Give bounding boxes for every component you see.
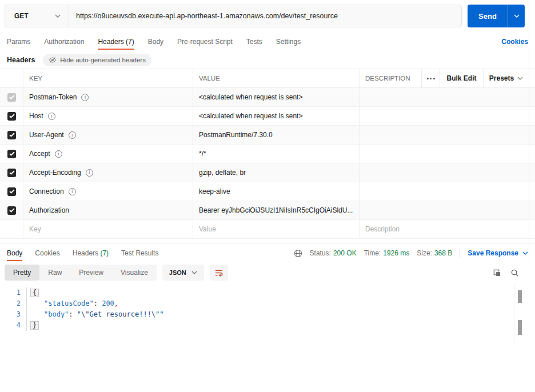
description-cell[interactable] bbox=[359, 182, 535, 201]
response-body-editor[interactable]: 1 { 2 "statusCode": 200, 3 "body": "\"Ge… bbox=[0, 287, 535, 331]
hide-auto-generated-headers-button[interactable]: Hide auto-generated headers bbox=[43, 54, 151, 66]
request-bar: GET Send bbox=[0, 0, 535, 32]
response-tab-test-results[interactable]: Test Results bbox=[121, 243, 158, 263]
bulk-edit-button[interactable]: Bulk Edit bbox=[440, 69, 483, 87]
row-checkbox[interactable] bbox=[7, 93, 16, 102]
scrollbar-thumb[interactable] bbox=[518, 320, 522, 335]
info-icon: i bbox=[81, 94, 89, 101]
row-checkbox[interactable] bbox=[7, 112, 16, 121]
new-header-row: Key Value Description bbox=[0, 220, 535, 239]
description-input[interactable]: Description bbox=[359, 220, 535, 238]
time-badge: Time: 1926 ms bbox=[364, 249, 410, 257]
tab-settings[interactable]: Settings bbox=[276, 32, 301, 51]
chevron-down-icon bbox=[55, 14, 61, 18]
description-cell[interactable] bbox=[359, 126, 535, 144]
row-checkbox[interactable] bbox=[7, 150, 16, 158]
response-view-bar: Pretty Raw Preview Visualize JSON bbox=[0, 263, 535, 282]
key-input[interactable]: Key bbox=[23, 220, 193, 238]
scrollbar-thumb[interactable] bbox=[518, 290, 522, 303]
hide-auto-generated-headers-label: Hide auto-generated headers bbox=[60, 57, 146, 63]
response-tab-cookies[interactable]: Cookies bbox=[35, 243, 59, 263]
info-icon: i bbox=[69, 131, 76, 139]
send-button[interactable]: Send bbox=[468, 5, 525, 27]
headers-subheader: Headers Hide auto-generated headers bbox=[0, 51, 535, 69]
response-tab-body[interactable]: Body bbox=[7, 243, 22, 263]
view-pretty[interactable]: Pretty bbox=[5, 265, 39, 281]
tab-body[interactable]: Body bbox=[148, 32, 163, 51]
view-visualize[interactable]: Visualize bbox=[112, 265, 157, 281]
description-cell[interactable] bbox=[359, 163, 535, 182]
response-meta: Status: 200 OK Time: 1926 ms Size: 368 B… bbox=[294, 249, 528, 258]
pane-border bbox=[529, 0, 529, 262]
view-preview[interactable]: Preview bbox=[70, 265, 112, 281]
key-cell[interactable]: Hosti bbox=[23, 107, 193, 125]
table-row: Accepti */* bbox=[0, 145, 535, 163]
tab-headers[interactable]: Headers (7) bbox=[98, 32, 134, 51]
table-row: Postman-Tokeni <calculated when request … bbox=[0, 88, 535, 107]
status-badge: Status: 200 OK bbox=[310, 249, 357, 257]
response-tab-headers[interactable]: Headers (7) bbox=[73, 243, 109, 263]
send-options-button[interactable] bbox=[508, 5, 525, 27]
info-icon: i bbox=[69, 188, 76, 195]
row-checkbox[interactable] bbox=[7, 131, 16, 139]
headers-table-header: KEY VALUE DESCRIPTION Bulk Edit Presets bbox=[0, 69, 535, 88]
view-raw[interactable]: Raw bbox=[39, 265, 70, 281]
save-response-button[interactable]: Save Response bbox=[468, 249, 528, 257]
url-input[interactable] bbox=[69, 5, 462, 27]
response-actions bbox=[493, 269, 519, 277]
fold-toggle[interactable]: { bbox=[30, 289, 39, 297]
row-checkbox[interactable] bbox=[7, 187, 16, 196]
value-cell[interactable]: */* bbox=[193, 145, 359, 163]
editor-border bbox=[514, 284, 514, 346]
tab-params[interactable]: Params bbox=[7, 32, 30, 51]
format-select[interactable]: JSON bbox=[162, 265, 204, 281]
description-cell[interactable] bbox=[359, 107, 535, 125]
wrap-lines-button[interactable] bbox=[210, 265, 228, 281]
key-cell[interactable]: Connectioni bbox=[23, 182, 193, 201]
select-all-column bbox=[0, 69, 23, 87]
value-cell[interactable]: Bearer eyJhbGciOiJSUzI1NiIsInR5cCIgOiAiS… bbox=[193, 201, 359, 219]
cookies-link[interactable]: Cookies bbox=[501, 38, 528, 46]
value-cell[interactable]: PostmanRuntime/7.30.0 bbox=[193, 126, 359, 144]
method-select[interactable]: GET bbox=[5, 5, 69, 27]
key-cell[interactable]: Accepti bbox=[23, 145, 193, 163]
fold-toggle[interactable]: } bbox=[30, 321, 39, 330]
send-button-label[interactable]: Send bbox=[468, 5, 508, 27]
value-cell[interactable]: <calculated when request is sent> bbox=[193, 107, 359, 125]
table-row: Connectioni keep-alive bbox=[0, 182, 535, 201]
key-cell[interactable]: Postman-Tokeni bbox=[23, 88, 193, 106]
tab-pre-request-script[interactable]: Pre-request Script bbox=[177, 32, 233, 51]
tab-tests[interactable]: Tests bbox=[246, 32, 262, 51]
value-cell[interactable]: keep-alive bbox=[193, 182, 359, 201]
presets-dropdown[interactable]: Presets bbox=[483, 69, 529, 87]
tab-authorization[interactable]: Authorization bbox=[44, 32, 84, 51]
value-cell[interactable]: gzip, deflate, br bbox=[193, 163, 359, 182]
globe-icon[interactable] bbox=[294, 249, 302, 258]
table-row: Accept-Encodingi gzip, deflate, br bbox=[0, 163, 535, 182]
key-cell[interactable]: Accept-Encodingi bbox=[23, 163, 193, 182]
wrap-lines-icon bbox=[214, 269, 223, 277]
search-icon[interactable] bbox=[510, 269, 519, 277]
description-cell[interactable] bbox=[359, 145, 535, 163]
chevron-down-icon bbox=[191, 271, 197, 274]
headers-table: KEY VALUE DESCRIPTION Bulk Edit Presets … bbox=[0, 69, 535, 239]
value-input[interactable]: Value bbox=[193, 220, 359, 238]
copy-icon[interactable] bbox=[493, 269, 501, 277]
divider bbox=[460, 249, 460, 258]
row-checkbox[interactable] bbox=[7, 169, 16, 177]
key-cell[interactable]: Authorization bbox=[23, 201, 193, 219]
code-line: 3 "body": "\"Get resource!!!\"" bbox=[0, 309, 535, 320]
more-options-icon[interactable] bbox=[421, 69, 440, 87]
line-number: 4 bbox=[0, 320, 26, 331]
value-cell[interactable]: <calculated when request is sent> bbox=[193, 88, 359, 106]
table-row: Hosti <calculated when request is sent> bbox=[0, 107, 535, 126]
row-checkbox[interactable] bbox=[7, 206, 16, 215]
description-cell[interactable] bbox=[359, 88, 535, 106]
column-header-description: DESCRIPTION bbox=[359, 69, 421, 87]
info-icon: i bbox=[86, 169, 93, 177]
table-row: Authorization Bearer eyJhbGciOiJSUzI1NiI… bbox=[0, 201, 535, 220]
key-cell[interactable]: User-Agenti bbox=[23, 126, 193, 144]
line-number: 2 bbox=[0, 298, 26, 309]
description-cell[interactable] bbox=[359, 201, 535, 219]
info-icon: i bbox=[55, 150, 62, 158]
